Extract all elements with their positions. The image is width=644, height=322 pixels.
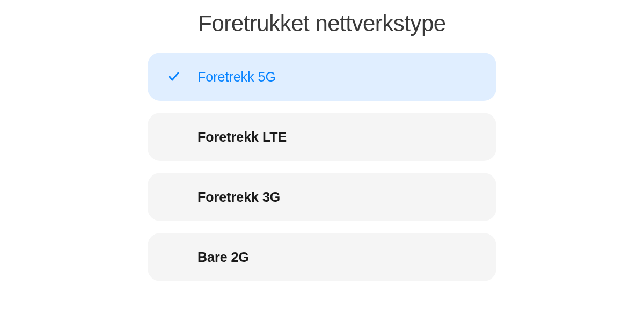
- network-options-list: Foretrekk 5G Foretrekk LTE Foretrekk 3G …: [148, 53, 496, 281]
- check-icon: [166, 69, 181, 84]
- option-label: Foretrekk LTE: [197, 129, 287, 145]
- option-label: Foretrekk 3G: [197, 189, 280, 205]
- option-prefer-3g[interactable]: Foretrekk 3G: [148, 173, 496, 221]
- option-only-2g[interactable]: Bare 2G: [148, 233, 496, 281]
- page-title: Foretrukket nettverkstype: [198, 11, 445, 36]
- option-label: Bare 2G: [197, 250, 249, 265]
- option-prefer-lte[interactable]: Foretrekk LTE: [148, 113, 496, 161]
- option-label: Foretrekk 5G: [197, 69, 276, 85]
- option-prefer-5g[interactable]: Foretrekk 5G: [148, 53, 496, 101]
